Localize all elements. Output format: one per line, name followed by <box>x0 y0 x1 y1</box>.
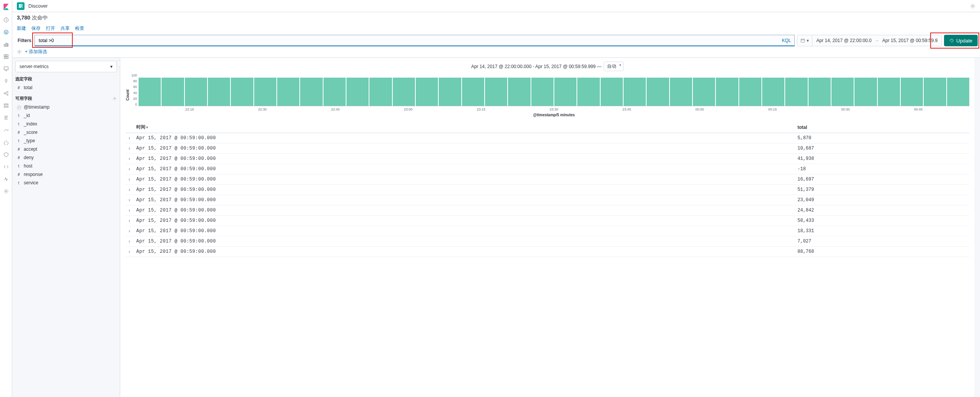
chart-bar[interactable] <box>300 78 322 106</box>
nav-infra-icon[interactable] <box>3 103 9 109</box>
collapse-sidebar-button[interactable]: ‹ <box>117 60 120 67</box>
time-column-header[interactable]: 时间▾ <box>133 122 794 133</box>
cell-total: 23,049 <box>794 195 969 205</box>
nav-visualize-icon[interactable] <box>3 41 9 47</box>
nav-siem-icon[interactable] <box>3 151 9 158</box>
chart-bar[interactable] <box>508 78 530 106</box>
field-item-total[interactable]: #total <box>15 83 117 92</box>
chart-bar[interactable] <box>647 78 669 106</box>
expand-row-button[interactable]: › <box>126 195 133 205</box>
chart-bar[interactable] <box>854 78 877 106</box>
nav-dashboard-icon[interactable] <box>3 54 9 60</box>
chart-bar[interactable] <box>762 78 784 106</box>
chart-bar[interactable] <box>485 78 507 106</box>
field-item-service[interactable]: tservice <box>15 179 117 187</box>
chart-bar[interactable] <box>808 78 831 106</box>
chart-bar[interactable] <box>185 78 207 106</box>
chart-bar[interactable] <box>624 78 646 106</box>
update-button[interactable]: Update <box>944 35 978 46</box>
field-item-response[interactable]: #response <box>15 170 117 179</box>
chart-bar[interactable] <box>947 78 969 106</box>
chart-bar[interactable] <box>254 78 276 106</box>
toolbar-new[interactable]: 新建 <box>17 25 26 32</box>
nav-monitoring-icon[interactable] <box>3 176 9 182</box>
field-item-accept[interactable]: #accept <box>15 145 117 153</box>
expand-row-button[interactable]: › <box>126 164 133 174</box>
expand-row-button[interactable]: › <box>126 236 133 247</box>
interval-select[interactable]: 自动 <box>604 62 624 71</box>
chart-bar[interactable] <box>231 78 253 106</box>
expand-row-button[interactable]: › <box>126 216 133 226</box>
nav-uptime-icon[interactable] <box>3 139 9 145</box>
nav-recent-icon[interactable] <box>3 17 9 23</box>
expand-row-button[interactable]: › <box>126 247 133 257</box>
chart-bar[interactable] <box>323 78 346 106</box>
toolbar-open[interactable]: 打开 <box>46 25 55 32</box>
chart-bar[interactable] <box>393 78 415 106</box>
chart-bar[interactable] <box>693 78 715 106</box>
chart-bar[interactable] <box>878 78 900 106</box>
toolbar-save[interactable]: 保存 <box>31 25 41 32</box>
query-input[interactable] <box>34 35 795 46</box>
expand-row-button[interactable]: › <box>126 143 133 154</box>
nav-discover-icon[interactable] <box>3 29 9 35</box>
field-item-deny[interactable]: #deny <box>15 153 117 162</box>
field-item-id[interactable]: t_id <box>15 111 117 120</box>
expand-row-button[interactable]: › <box>126 174 133 185</box>
chart-bar[interactable] <box>139 78 161 106</box>
index-pattern-select[interactable]: server-metrics ▾ <box>15 61 117 72</box>
chart-bar[interactable] <box>901 78 923 106</box>
toolbar-share[interactable]: 共享 <box>60 25 70 32</box>
nav-apm-icon[interactable] <box>3 127 9 133</box>
chart-bar[interactable] <box>277 78 299 106</box>
add-filter-button[interactable]: + 添加筛选 <box>25 49 47 55</box>
expand-row-button[interactable]: › <box>126 226 133 236</box>
chart-bar[interactable] <box>462 78 484 106</box>
chart-bar[interactable] <box>577 78 599 106</box>
chart-bar[interactable] <box>554 78 577 106</box>
total-column-header[interactable]: total <box>794 122 969 133</box>
chart-range-label: Apr 14, 2017 @ 22:00:00.000 - Apr 15, 20… <box>471 64 602 69</box>
nav-dev-icon[interactable] <box>3 164 9 170</box>
expand-row-button[interactable]: › <box>126 133 133 143</box>
chart-bar[interactable] <box>716 78 738 106</box>
chart-bar[interactable] <box>601 78 623 106</box>
nav-management-icon[interactable] <box>3 188 9 194</box>
field-item-index[interactable]: t_index <box>15 120 117 128</box>
field-item-timestamp[interactable]: @timestamp <box>15 103 117 111</box>
kibana-logo[interactable] <box>2 3 10 11</box>
toolbar-inspect[interactable]: 检查 <box>75 25 84 32</box>
chart-bar[interactable] <box>208 78 230 106</box>
nav-maps-icon[interactable] <box>3 78 9 84</box>
chart-bars[interactable] <box>139 73 969 106</box>
date-range[interactable]: Apr 14, 2017 @ 22:00:00.0 → Apr 15, 2017… <box>812 38 941 43</box>
chart-bar[interactable] <box>439 78 461 106</box>
expand-row-button[interactable]: › <box>126 154 133 164</box>
nav-ml-icon[interactable] <box>3 90 9 96</box>
field-filter-icon[interactable] <box>113 96 117 101</box>
field-item-host[interactable]: thost <box>15 162 117 170</box>
nav-canvas-icon[interactable] <box>3 66 9 72</box>
chart-bar[interactable] <box>785 78 807 106</box>
chart-bar[interactable] <box>739 78 761 106</box>
filter-settings-icon[interactable] <box>17 49 22 54</box>
hits-count: 3,780 <box>17 15 30 21</box>
chart-bar[interactable] <box>369 78 392 106</box>
nav-logs-icon[interactable] <box>3 115 9 121</box>
chart-bar[interactable] <box>162 78 184 106</box>
field-item-score[interactable]: #_score <box>15 128 117 137</box>
chart-bar[interactable] <box>670 78 692 106</box>
scrollbar[interactable] <box>975 58 980 397</box>
chart-bar[interactable] <box>531 78 554 106</box>
expand-row-button[interactable]: › <box>126 185 133 195</box>
kql-toggle[interactable]: KQL <box>782 38 791 43</box>
chart-bar[interactable] <box>346 78 369 106</box>
expand-row-button[interactable]: › <box>126 205 133 216</box>
calendar-button[interactable]: ▾ <box>797 35 812 46</box>
field-item-type[interactable]: t_type <box>15 137 117 145</box>
chart-bar[interactable] <box>924 78 946 106</box>
table-row: ›Apr 15, 2017 @ 00:59:00.00041,938 <box>126 154 969 164</box>
chart-bar[interactable] <box>416 78 438 106</box>
chart-bar[interactable] <box>831 78 854 106</box>
header-settings-icon[interactable] <box>970 3 975 9</box>
